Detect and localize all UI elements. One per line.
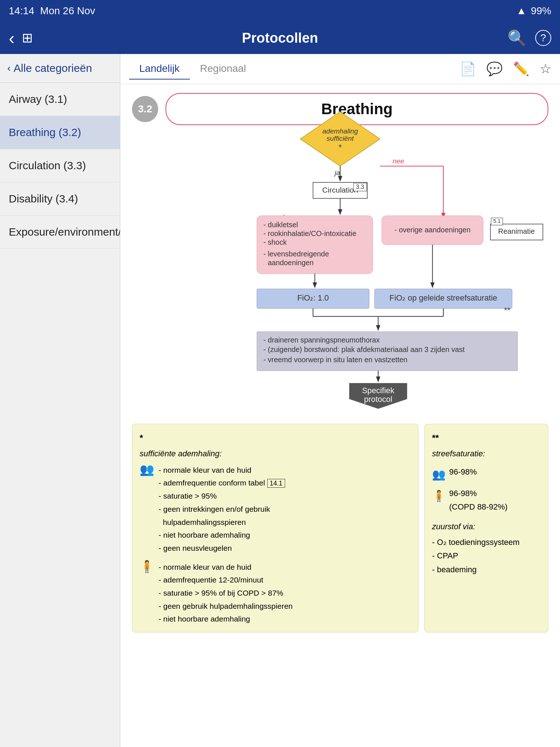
tab-icons: 📄 💬 ✏️ ☆ <box>460 61 551 77</box>
note-adult-line1: - normale kleur van de huid <box>159 464 285 477</box>
svg-marker-5 <box>338 176 342 182</box>
date: Mon 26 Nov <box>40 5 95 17</box>
sidebar-item-exposure-label: Exposure/environment/seconda... <box>9 226 120 238</box>
svg-text:- duikletsel: - duikletsel <box>263 221 298 229</box>
search-icon[interactable]: 🔍 <box>508 29 526 47</box>
note-adult-line6: - geen neusvleugelen <box>159 542 285 555</box>
sidebar-back[interactable]: ‹ Alle categorieën <box>0 54 120 83</box>
status-bar-right: ▲ 99% <box>516 5 551 17</box>
tab-landelijk[interactable]: Landelijk <box>129 58 190 80</box>
bottom-notes: * sufficiënte ademhaling: 👥 - normale kl… <box>132 424 548 632</box>
sidebar-item-airway-label: Airway (3.1) <box>9 93 67 105</box>
tab-regionaal[interactable]: Regionaal <box>190 58 256 80</box>
note-right-adult-sat: 96-98% <box>449 465 477 479</box>
svg-text:nee: nee <box>393 157 404 165</box>
note-left-title: sufficiënte ademhaling: <box>140 447 411 460</box>
svg-text:- overige aandoeningen: - overige aandoeningen <box>394 226 471 234</box>
svg-text:- draineren spanningspneumotho: - draineren spanningspneumothorax <box>263 336 380 344</box>
document-icon[interactable]: 📄 <box>460 61 476 77</box>
sidebar-item-circulation[interactable]: Circulation (3.3) <box>0 149 120 182</box>
sidebar-item-breathing[interactable]: Breathing (3.2) <box>0 116 120 149</box>
note-left-asterisk: * <box>140 431 411 446</box>
svg-text:aandoeningen: aandoeningen <box>268 259 314 267</box>
svg-text:3.3: 3.3 <box>356 184 364 190</box>
svg-text:**: ** <box>504 306 510 315</box>
protocol-content: 3.2 Breathing ademhaling sufficiënt * ja <box>120 84 560 747</box>
zuurstof-title: zuurstof via: <box>432 520 541 533</box>
grid-icon[interactable]: ⊞ <box>22 30 33 46</box>
content-area: Landelijk Regionaal 📄 💬 ✏️ ☆ 3.2 Breathi… <box>120 54 560 747</box>
svg-marker-12 <box>338 209 342 215</box>
protocol-number: 3.2 <box>132 96 158 122</box>
comment-icon[interactable]: 💬 <box>486 61 503 77</box>
nav-bar-right: 🔍 ? <box>508 29 551 47</box>
svg-marker-33 <box>430 282 435 288</box>
battery: 99% <box>531 5 551 17</box>
svg-text:Reanimatie: Reanimatie <box>498 227 534 235</box>
nav-bar: ‹ ⊞ Protocollen 🔍 ? <box>0 22 560 54</box>
svg-marker-49 <box>376 376 380 382</box>
zuurstof-line1: - O₂ toedieningssysteem <box>432 535 541 549</box>
svg-text:- shock: - shock <box>263 238 287 246</box>
svg-text:5.1: 5.1 <box>493 218 501 224</box>
svg-text:*: * <box>339 143 342 152</box>
back-button[interactable]: ‹ <box>9 28 15 48</box>
svg-text:- (zuigende) borstwond: plak a: - (zuigende) borstwond: plak afdekmateri… <box>263 345 464 353</box>
protocol-title: Breathing <box>166 93 548 125</box>
svg-text:FiO₂ op geleide streefsaturati: FiO₂ op geleide streefsaturatie <box>389 293 497 302</box>
note-child-line5: - niet hoorbare ademhaling <box>159 612 293 626</box>
main-container: ‹ Alle categorieën Airway (3.1) Breathin… <box>0 54 560 747</box>
edit-icon[interactable]: ✏️ <box>513 61 529 77</box>
sidebar-item-airway[interactable]: Airway (3.1) <box>0 83 120 116</box>
svg-text:- levensbedreigende: - levensbedreigende <box>263 250 329 258</box>
sidebar: ‹ Alle categorieën Airway (3.1) Breathin… <box>0 54 120 747</box>
svg-text:ja: ja <box>334 169 340 177</box>
status-bar: 14:14 Mon 26 Nov ▲ 99% <box>0 0 560 22</box>
note-adult-line2: - ademfrequentie conform tabel 14.1 <box>159 476 285 489</box>
nav-bar-left: ‹ ⊞ <box>9 28 33 48</box>
time: 14:14 <box>9 5 34 17</box>
sidebar-item-breathing-label: Breathing (3.2) <box>9 126 81 138</box>
note-left: * sufficiënte ademhaling: 👥 - normale kl… <box>132 424 419 632</box>
svg-text:Circulation: Circulation <box>322 186 358 194</box>
zuurstof-line3: - beademing <box>432 563 541 576</box>
svg-text:FiO₂: 1.0: FiO₂: 1.0 <box>297 293 329 302</box>
note-right: ** streefsaturatie: 👥 96-98% 🧍 96-98% (C… <box>424 424 548 632</box>
zuurstof-line2: - CPAP <box>432 549 541 562</box>
note-right-child-copd: (COPD 88-92%) <box>449 500 508 514</box>
tab-bar: Landelijk Regionaal 📄 💬 ✏️ ☆ <box>120 54 560 84</box>
svg-text:- vreemd voorwerp in situ late: - vreemd voorwerp in situ laten en vastz… <box>263 356 407 364</box>
status-bar-left: 14:14 Mon 26 Nov <box>9 5 95 17</box>
sidebar-item-circulation-label: Circulation (3.3) <box>9 159 86 171</box>
svg-text:sufficiënt: sufficiënt <box>327 135 354 142</box>
note-right-asterisk: ** <box>432 431 541 446</box>
note-right-title: streefsaturatie: <box>432 447 541 460</box>
nav-title: Protocollen <box>242 30 318 46</box>
note-right-child-sat: 96-98% <box>449 487 508 500</box>
sidebar-item-disability-label: Disability (3.4) <box>9 193 78 205</box>
note-child-line3: - saturatie > 95% of bij COPD > 87% <box>159 587 293 600</box>
sidebar-item-disability[interactable]: Disability (3.4) <box>0 182 120 216</box>
svg-text:ademhaling: ademhaling <box>322 127 358 135</box>
svg-text:- rookinhalatie/CO-intoxicatie: - rookinhalatie/CO-intoxicatie <box>263 229 356 237</box>
note-child-line2: - ademfrequentie 12-20/minuut <box>159 573 293 587</box>
svg-text:Specifiek: Specifiek <box>362 386 394 395</box>
sidebar-back-arrow: ‹ <box>7 62 11 74</box>
note-adult-line3: - saturatie > 95% <box>159 489 285 503</box>
note-adult-line5: - niet hoorbare ademhaling <box>159 529 285 542</box>
svg-text:protocol: protocol <box>364 395 392 404</box>
svg-marker-43 <box>376 325 380 331</box>
tabs: Landelijk Regionaal <box>129 58 256 80</box>
note-adult-line4: - geen intrekkingen en/of gebruik hulpad… <box>159 503 285 529</box>
sidebar-back-label: Alle categorieën <box>13 62 92 74</box>
star-icon[interactable]: ☆ <box>540 61 551 77</box>
note-child-line1: - normale kleur van de huid <box>159 561 293 574</box>
svg-marker-31 <box>313 282 317 288</box>
help-icon[interactable]: ? <box>535 30 551 46</box>
wifi-icon: ▲ <box>516 5 526 17</box>
note-child-line4: - geen gebruik hulpademhalingsspieren <box>159 600 293 613</box>
sidebar-item-exposure[interactable]: Exposure/environment/seconda... <box>0 216 120 249</box>
flowchart-svg: ademhaling sufficiënt * ja Circulation 3… <box>132 135 548 418</box>
